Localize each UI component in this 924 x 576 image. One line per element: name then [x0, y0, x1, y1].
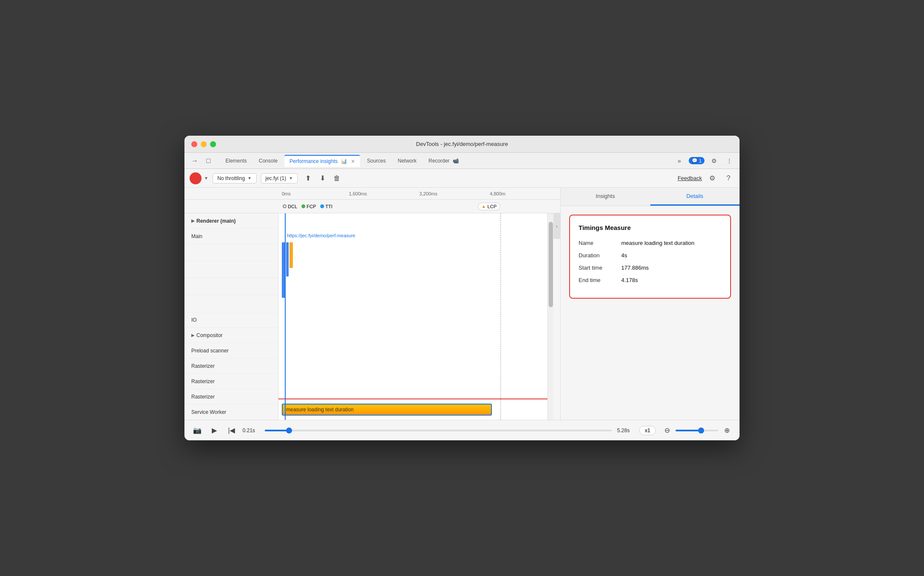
- tab-network[interactable]: Network: [393, 155, 422, 166]
- tti-marker[interactable]: TTI: [320, 204, 333, 209]
- lcp-triangle-icon: ▲: [482, 204, 486, 209]
- fcp-label: FCP: [307, 204, 316, 209]
- selection-line: [500, 213, 501, 420]
- detail-endtime-row: End time 4.178s: [579, 277, 722, 283]
- track-flame4: [184, 295, 278, 312]
- insights-tab[interactable]: Insights: [561, 188, 650, 206]
- minimize-button[interactable]: [201, 141, 207, 147]
- track-rasterizer2[interactable]: Rasterizer: [184, 374, 278, 389]
- details-tab[interactable]: Details: [650, 188, 740, 206]
- compositor-expand-icon: ▶: [191, 333, 195, 337]
- track-labels: ▶ Renderer (main) Main IO ▶ Co: [184, 213, 278, 420]
- window-title: DevTools - jec.fyi/demo/perf-measure: [416, 141, 508, 147]
- toolbar: ▼ No throttling ▼ jec.fyi (1) ▼ ⬆ ⬇ 🗑 Fe…: [184, 169, 740, 188]
- ruler-time-4800: 4,800m: [490, 191, 506, 196]
- track-rasterizer3[interactable]: Rasterizer: [184, 389, 278, 404]
- flame-bar-2: [286, 242, 289, 276]
- throttle-label: No throttling: [217, 175, 245, 181]
- devtools-window: DevTools - jec.fyi/demo/perf-measure → □…: [184, 136, 740, 440]
- detail-name-label: Name: [579, 240, 621, 246]
- detail-starttime-value: 177.886ms: [621, 265, 649, 271]
- settings-icon[interactable]: ⚙: [708, 155, 720, 167]
- track-flame2: [184, 261, 278, 278]
- track-service-worker[interactable]: Service Worker: [184, 404, 278, 420]
- fcp-dot: [301, 204, 305, 208]
- chat-icon: 💬: [692, 158, 698, 163]
- track-main[interactable]: Main: [184, 229, 278, 244]
- zoom-slider[interactable]: [675, 430, 718, 431]
- detail-starttime-row: Start time 177.886ms: [579, 265, 722, 271]
- speed-badge[interactable]: x1: [639, 426, 656, 435]
- throttle-dropdown[interactable]: No throttling ▼: [213, 173, 257, 183]
- performance-icon: 📊: [341, 158, 347, 164]
- fcp-marker[interactable]: FCP: [301, 204, 316, 209]
- tab-elements[interactable]: Elements: [220, 155, 252, 166]
- download-icon[interactable]: ⬇: [316, 172, 328, 184]
- zoom-slider-thumb[interactable]: [698, 428, 704, 433]
- track-preload[interactable]: Preload scanner: [184, 343, 278, 358]
- tti-label: TTI: [325, 204, 333, 209]
- cursor-icon[interactable]: →: [189, 155, 201, 167]
- timing-measure-bar[interactable]: measure loading text duration: [282, 404, 492, 416]
- settings-gear-icon[interactable]: ⚙: [706, 172, 718, 184]
- tab-sources[interactable]: Sources: [362, 155, 391, 166]
- help-icon[interactable]: ?: [722, 172, 734, 184]
- dcl-marker[interactable]: DCL: [283, 204, 297, 209]
- device-icon[interactable]: □: [202, 155, 214, 167]
- dcl-dot: [283, 204, 287, 208]
- feedback-link[interactable]: Feedback: [678, 175, 702, 181]
- time-slider[interactable]: [265, 430, 612, 431]
- upload-icon[interactable]: ⬆: [302, 172, 314, 184]
- screenshot-icon[interactable]: 📷: [191, 425, 203, 436]
- playhead-line: [285, 213, 286, 420]
- delete-icon[interactable]: 🗑: [331, 172, 343, 184]
- close-button[interactable]: [191, 141, 197, 147]
- session-arrow-icon: ▼: [289, 176, 293, 180]
- track-io[interactable]: IO: [184, 312, 278, 328]
- scrollbar[interactable]: [547, 213, 553, 420]
- lcp-marker[interactable]: ▲ LCP: [478, 203, 500, 210]
- detail-duration-row: Duration 4s: [579, 252, 722, 259]
- tabbar-icons: → □: [189, 155, 214, 167]
- insights-panel: Insights Details Timings Measure Name me…: [560, 188, 740, 420]
- collapse-panel-button[interactable]: ›: [553, 213, 560, 239]
- more-options-icon[interactable]: ⋮: [723, 155, 735, 167]
- zoom-out-button[interactable]: ⊖: [661, 425, 673, 436]
- url-bar: https://jec.fyi/demo/perf-measure: [287, 233, 355, 238]
- record-button[interactable]: [190, 172, 202, 184]
- fullscreen-button[interactable]: [210, 141, 216, 147]
- time-slider-thumb[interactable]: [286, 428, 292, 433]
- timeline-ruler: 0ms 1,600ms 3,200ms 4,800m: [184, 188, 560, 200]
- lcp-badge: ▲ LCP: [478, 203, 500, 210]
- track-renderer-main[interactable]: ▶ Renderer (main): [184, 213, 278, 229]
- track-compositor[interactable]: ▶ Compositor: [184, 328, 278, 343]
- detail-endtime-value: 4.178s: [621, 277, 638, 283]
- track-flame3: [184, 278, 278, 295]
- chat-badge[interactable]: 💬 1: [689, 157, 705, 164]
- timings-measure-card: Timings Measure Name measure loading tex…: [569, 215, 731, 299]
- time-slider-fill: [265, 430, 289, 431]
- tab-close-icon[interactable]: ✕: [351, 159, 355, 164]
- throttle-arrow-icon: ▼: [248, 176, 252, 180]
- skip-to-start-icon[interactable]: |◀: [225, 425, 237, 436]
- tab-recorder[interactable]: Recorder 📹: [424, 155, 465, 166]
- track-content-area[interactable]: https://jec.fyi/demo/perf-measure measur…: [278, 213, 547, 420]
- toolbar-actions: ⬆ ⬇ 🗑: [302, 172, 343, 184]
- time-slider-container: [265, 430, 612, 431]
- ruler-time-1600: 1,600ms: [349, 191, 367, 196]
- more-tabs-button[interactable]: »: [673, 155, 685, 167]
- insights-content: Timings Measure Name measure loading tex…: [561, 206, 740, 420]
- tab-console[interactable]: Console: [254, 155, 283, 166]
- record-dropdown-arrow[interactable]: ▼: [204, 176, 208, 180]
- play-button[interactable]: ▶: [208, 425, 220, 436]
- tabbar: → □ Elements Console Performance insight…: [184, 153, 740, 169]
- track-rasterizer1[interactable]: Rasterizer: [184, 358, 278, 374]
- tti-dot: [320, 204, 324, 208]
- session-label: jec.fyi (1): [266, 175, 287, 181]
- zoom-in-button[interactable]: ⊕: [721, 425, 733, 436]
- markers-row: DCL FCP TTI ▲ LCP: [184, 200, 560, 213]
- tab-performance-insights[interactable]: Performance insights 📊 ✕: [284, 155, 360, 167]
- scrollbar-thumb[interactable]: [549, 222, 553, 307]
- session-dropdown[interactable]: jec.fyi (1) ▼: [261, 173, 298, 183]
- card-title: Timings Measure: [579, 224, 722, 231]
